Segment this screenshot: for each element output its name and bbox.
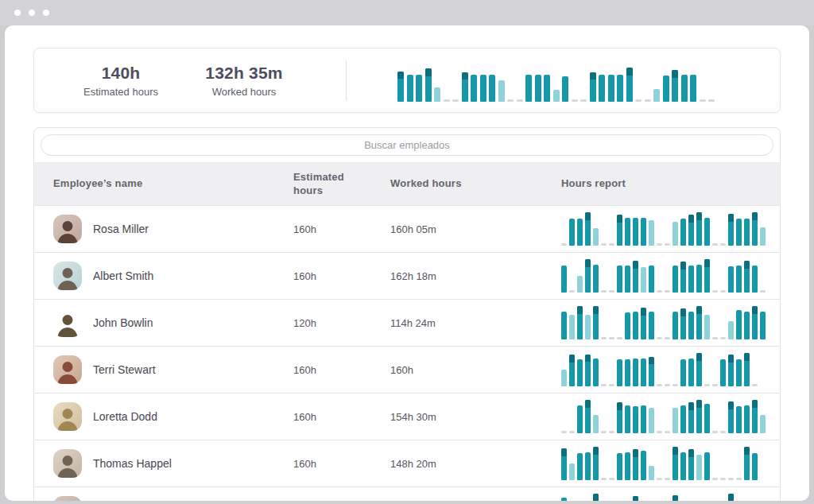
no-hours-dash <box>609 290 614 293</box>
avatar <box>53 496 82 501</box>
table-row[interactable]: Rosa Miller160h160h 05m <box>34 205 780 252</box>
work-day-bar <box>663 76 669 102</box>
overtime-cap <box>752 306 758 314</box>
no-hours-dash <box>665 290 670 293</box>
search-input[interactable] <box>41 134 773 156</box>
no-hours-dash <box>601 384 607 386</box>
partial-day-bar <box>641 267 646 293</box>
work-day-bar <box>561 266 567 293</box>
overtime-day-bar <box>728 214 734 246</box>
work-day-bar <box>577 453 583 480</box>
work-day-bar <box>617 453 622 480</box>
partial-day-bar <box>696 455 702 480</box>
no-hours-dash <box>712 290 718 293</box>
work-day-bar <box>641 451 646 480</box>
overtime-day-bar <box>397 72 404 102</box>
work-day-bar <box>561 498 567 501</box>
work-day-bar <box>625 266 630 293</box>
overtime-day-bar <box>696 353 702 386</box>
estimated-hours-total: 140h <box>61 64 180 83</box>
window-titlebar <box>0 0 814 25</box>
hours-report-sparkline <box>561 445 767 480</box>
no-hours-dash <box>572 99 578 102</box>
work-day-bar <box>688 312 694 339</box>
overtime-cap <box>577 306 583 314</box>
no-hours-dash <box>609 337 614 339</box>
overtime-cap <box>728 214 734 222</box>
window-control-dot[interactable] <box>43 10 49 16</box>
no-hours-dash <box>601 337 607 339</box>
no-hours-dash <box>700 99 706 102</box>
overtime-day-bar <box>585 400 591 433</box>
overtime-cap <box>688 402 694 409</box>
overtime-day-bar <box>617 215 622 246</box>
no-hours-dash <box>657 478 662 480</box>
overtime-day-bar <box>585 212 591 246</box>
worked-hours-label: Worked hours <box>188 86 300 98</box>
work-day-bar <box>696 265 702 293</box>
overtime-cap <box>593 494 599 501</box>
window-control-dot[interactable] <box>29 10 35 16</box>
no-hours-dash <box>569 431 575 433</box>
partial-day-bar <box>760 227 766 246</box>
overtime-cap <box>561 448 567 456</box>
table-row[interactable] <box>34 487 780 501</box>
work-day-bar <box>489 75 495 102</box>
table-row[interactable]: Terri Stewart160h160h <box>34 346 780 393</box>
work-day-bar <box>633 359 638 386</box>
table-row[interactable]: Thomas Happel160h148h 20m <box>34 440 780 487</box>
employees-table-card: Employee’s name Estimated hours Worked h… <box>33 127 781 501</box>
work-day-bar <box>577 359 583 386</box>
overtime-day-bar <box>585 355 591 386</box>
work-day-bar <box>593 265 599 293</box>
no-hours-dash <box>517 99 523 102</box>
work-day-bar <box>599 75 605 102</box>
work-day-bar <box>688 359 694 386</box>
overtime-cap <box>744 353 750 361</box>
overtime-day-bar <box>593 447 599 480</box>
overtime-cap <box>569 355 575 362</box>
hours-report-sparkline <box>561 304 767 339</box>
no-hours-dash <box>720 290 726 293</box>
worked-hours-value: 148h 20m <box>390 458 561 470</box>
work-day-bar <box>736 266 742 293</box>
no-hours-dash <box>712 243 718 246</box>
work-day-bar <box>704 404 710 433</box>
partial-day-bar <box>593 415 599 433</box>
avatar <box>53 402 82 431</box>
no-hours-dash <box>444 99 450 102</box>
employee-name: Rosa Miller <box>93 223 149 235</box>
column-header-employee-name: Employee’s name <box>53 177 293 191</box>
work-day-bar <box>625 359 630 386</box>
work-day-bar <box>633 312 638 339</box>
work-day-bar <box>680 219 686 246</box>
partial-day-bar <box>593 228 599 246</box>
overtime-day-bar <box>633 261 638 293</box>
column-header-estimated-hours: Estimated hours <box>293 171 390 198</box>
table-row[interactable]: Albert Smith160h162h 18m <box>34 252 780 299</box>
work-day-bar <box>680 405 686 433</box>
no-hours-dash <box>665 478 670 480</box>
hours-report-sparkline <box>561 492 767 501</box>
partial-day-bar <box>553 90 560 102</box>
work-day-bar <box>617 359 622 386</box>
work-day-bar <box>649 266 654 293</box>
partial-day-bar <box>649 408 654 433</box>
estimated-hours-label: Estimated hours <box>61 86 180 98</box>
estimated-hours-value: 120h <box>293 317 390 329</box>
no-hours-dash <box>645 99 651 102</box>
summary-sparkline <box>397 68 715 112</box>
table-row[interactable]: Loretta Dodd160h154h 30m <box>34 393 780 440</box>
overtime-cap <box>744 261 750 269</box>
no-hours-dash <box>635 99 642 102</box>
partial-day-bar <box>577 276 583 293</box>
table-row[interactable]: John Bowlin120h114h 24m <box>34 299 780 346</box>
work-day-bar <box>760 312 766 339</box>
no-hours-dash <box>601 243 607 246</box>
overtime-day-bar <box>577 306 583 339</box>
overtime-cap <box>728 401 734 409</box>
overtime-day-bar <box>704 259 710 293</box>
window-control-dot[interactable] <box>14 10 21 16</box>
avatar <box>53 355 82 384</box>
no-hours-dash <box>673 384 678 386</box>
